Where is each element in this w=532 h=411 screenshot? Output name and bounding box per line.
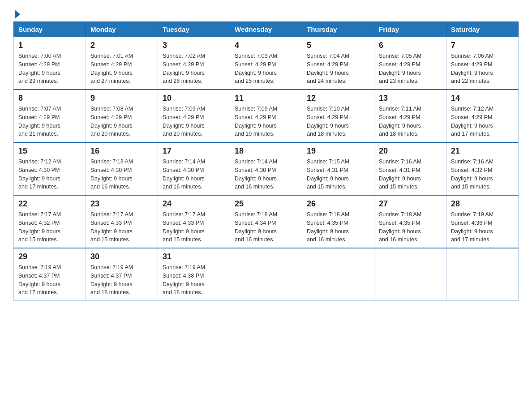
calendar-cell: 13Sunrise: 7:11 AMSunset: 4:29 PMDayligh…	[374, 90, 446, 142]
day-info: Sunrise: 7:02 AMSunset: 4:29 PMDaylight:…	[163, 52, 225, 86]
day-number: 26	[307, 199, 369, 209]
day-number: 21	[451, 146, 514, 156]
day-info: Sunrise: 7:13 AMSunset: 4:30 PMDaylight:…	[90, 158, 153, 191]
calendar-cell: 19Sunrise: 7:15 AMSunset: 4:31 PMDayligh…	[302, 142, 374, 195]
day-info: Sunrise: 7:09 AMSunset: 4:29 PMDaylight:…	[235, 105, 297, 138]
header-tuesday: Tuesday	[158, 22, 230, 37]
day-info: Sunrise: 7:09 AMSunset: 4:29 PMDaylight:…	[163, 105, 225, 138]
calendar-cell: 15Sunrise: 7:12 AMSunset: 4:30 PMDayligh…	[14, 142, 86, 195]
day-number: 12	[307, 94, 369, 103]
day-info: Sunrise: 7:12 AMSunset: 4:29 PMDaylight:…	[451, 105, 514, 138]
day-number: 9	[90, 94, 153, 103]
day-info: Sunrise: 7:10 AMSunset: 4:29 PMDaylight:…	[307, 105, 369, 138]
calendar-cell: 29Sunrise: 7:19 AMSunset: 4:37 PMDayligh…	[14, 248, 86, 301]
day-info: Sunrise: 7:15 AMSunset: 4:31 PMDaylight:…	[307, 158, 369, 191]
day-number: 30	[90, 252, 153, 261]
calendar-cell	[302, 248, 374, 301]
week-row-3: 15Sunrise: 7:12 AMSunset: 4:30 PMDayligh…	[14, 142, 519, 195]
day-number: 5	[307, 41, 369, 50]
day-info: Sunrise: 7:17 AMSunset: 4:33 PMDaylight:…	[90, 210, 153, 244]
day-number: 4	[235, 41, 297, 50]
day-number: 25	[235, 199, 297, 209]
day-number: 17	[163, 146, 225, 156]
calendar-cell: 7Sunrise: 7:06 AMSunset: 4:29 PMDaylight…	[446, 37, 519, 90]
day-info: Sunrise: 7:18 AMSunset: 4:34 PMDaylight:…	[235, 210, 297, 244]
day-number: 16	[90, 146, 153, 156]
day-info: Sunrise: 7:16 AMSunset: 4:32 PMDaylight:…	[451, 158, 514, 191]
day-info: Sunrise: 7:17 AMSunset: 4:33 PMDaylight:…	[163, 210, 225, 244]
week-row-5: 29Sunrise: 7:19 AMSunset: 4:37 PMDayligh…	[14, 248, 519, 301]
calendar-cell: 18Sunrise: 7:14 AMSunset: 4:30 PMDayligh…	[230, 142, 302, 195]
header-wednesday: Wednesday	[230, 22, 302, 37]
day-number: 31	[163, 252, 225, 261]
calendar-cell: 27Sunrise: 7:18 AMSunset: 4:35 PMDayligh…	[374, 195, 446, 248]
day-info: Sunrise: 7:05 AMSunset: 4:29 PMDaylight:…	[379, 52, 442, 86]
day-number: 18	[235, 146, 297, 156]
day-number: 1	[18, 41, 81, 50]
calendar-cell: 23Sunrise: 7:17 AMSunset: 4:33 PMDayligh…	[86, 195, 158, 248]
day-number: 24	[163, 199, 225, 209]
calendar-cell: 4Sunrise: 7:03 AMSunset: 4:29 PMDaylight…	[230, 37, 302, 90]
day-number: 11	[235, 94, 297, 103]
day-info: Sunrise: 7:19 AMSunset: 4:37 PMDaylight:…	[90, 263, 153, 297]
header-thursday: Thursday	[302, 22, 374, 37]
calendar-cell: 16Sunrise: 7:13 AMSunset: 4:30 PMDayligh…	[86, 142, 158, 195]
day-info: Sunrise: 7:03 AMSunset: 4:29 PMDaylight:…	[235, 52, 297, 86]
day-number: 3	[163, 41, 225, 50]
day-info: Sunrise: 7:16 AMSunset: 4:31 PMDaylight:…	[379, 158, 442, 191]
day-info: Sunrise: 7:18 AMSunset: 4:35 PMDaylight:…	[307, 210, 369, 244]
day-info: Sunrise: 7:19 AMSunset: 4:37 PMDaylight:…	[18, 263, 81, 297]
header-sunday: Sunday	[14, 22, 86, 37]
calendar-cell: 25Sunrise: 7:18 AMSunset: 4:34 PMDayligh…	[230, 195, 302, 248]
day-number: 28	[451, 199, 514, 209]
week-row-4: 22Sunrise: 7:17 AMSunset: 4:32 PMDayligh…	[14, 195, 519, 248]
day-number: 13	[379, 94, 442, 103]
day-number: 7	[451, 41, 514, 50]
day-number: 8	[18, 94, 81, 103]
calendar-cell: 30Sunrise: 7:19 AMSunset: 4:37 PMDayligh…	[86, 248, 158, 301]
calendar-cell: 31Sunrise: 7:19 AMSunset: 4:38 PMDayligh…	[158, 248, 230, 301]
calendar-cell: 26Sunrise: 7:18 AMSunset: 4:35 PMDayligh…	[302, 195, 374, 248]
header-monday: Monday	[86, 22, 158, 37]
logo-triangle-icon	[15, 10, 20, 19]
calendar-cell: 21Sunrise: 7:16 AMSunset: 4:32 PMDayligh…	[446, 142, 519, 195]
day-number: 6	[379, 41, 442, 50]
day-number: 15	[18, 146, 81, 156]
calendar-cell: 14Sunrise: 7:12 AMSunset: 4:29 PMDayligh…	[446, 90, 519, 142]
calendar-cell: 5Sunrise: 7:04 AMSunset: 4:29 PMDaylight…	[302, 37, 374, 90]
calendar-cell: 22Sunrise: 7:17 AMSunset: 4:32 PMDayligh…	[14, 195, 86, 248]
day-info: Sunrise: 7:00 AMSunset: 4:29 PMDaylight:…	[18, 52, 81, 86]
day-number: 20	[379, 146, 442, 156]
days-header-row: SundayMondayTuesdayWednesdayThursdayFrid…	[14, 22, 519, 37]
calendar-cell	[374, 248, 446, 301]
day-info: Sunrise: 7:04 AMSunset: 4:29 PMDaylight:…	[307, 52, 369, 86]
day-info: Sunrise: 7:06 AMSunset: 4:29 PMDaylight:…	[451, 52, 514, 86]
day-number: 23	[90, 199, 153, 209]
header-friday: Friday	[374, 22, 446, 37]
calendar-cell: 24Sunrise: 7:17 AMSunset: 4:33 PMDayligh…	[158, 195, 230, 248]
calendar-cell: 9Sunrise: 7:08 AMSunset: 4:29 PMDaylight…	[86, 90, 158, 142]
calendar-cell: 12Sunrise: 7:10 AMSunset: 4:29 PMDayligh…	[302, 90, 374, 142]
calendar-table: SundayMondayTuesdayWednesdayThursdayFrid…	[13, 21, 519, 301]
day-number: 14	[451, 94, 514, 103]
week-row-1: 1Sunrise: 7:00 AMSunset: 4:29 PMDaylight…	[14, 37, 519, 90]
day-info: Sunrise: 7:08 AMSunset: 4:29 PMDaylight:…	[90, 105, 153, 138]
day-info: Sunrise: 7:14 AMSunset: 4:30 PMDaylight:…	[235, 158, 297, 191]
day-info: Sunrise: 7:19 AMSunset: 4:38 PMDaylight:…	[163, 263, 225, 297]
calendar-cell: 10Sunrise: 7:09 AMSunset: 4:29 PMDayligh…	[158, 90, 230, 142]
calendar-cell: 1Sunrise: 7:00 AMSunset: 4:29 PMDaylight…	[14, 37, 86, 90]
day-info: Sunrise: 7:12 AMSunset: 4:30 PMDaylight:…	[18, 158, 81, 191]
day-number: 27	[379, 199, 442, 209]
day-info: Sunrise: 7:18 AMSunset: 4:35 PMDaylight:…	[379, 210, 442, 244]
logo	[13, 9, 20, 17]
calendar-cell: 20Sunrise: 7:16 AMSunset: 4:31 PMDayligh…	[374, 142, 446, 195]
day-info: Sunrise: 7:17 AMSunset: 4:32 PMDaylight:…	[18, 210, 81, 244]
calendar-cell: 3Sunrise: 7:02 AMSunset: 4:29 PMDaylight…	[158, 37, 230, 90]
calendar-cell: 6Sunrise: 7:05 AMSunset: 4:29 PMDaylight…	[374, 37, 446, 90]
day-info: Sunrise: 7:07 AMSunset: 4:29 PMDaylight:…	[18, 105, 81, 138]
week-row-2: 8Sunrise: 7:07 AMSunset: 4:29 PMDaylight…	[14, 90, 519, 142]
day-number: 10	[163, 94, 225, 103]
calendar-cell: 2Sunrise: 7:01 AMSunset: 4:29 PMDaylight…	[86, 37, 158, 90]
header-saturday: Saturday	[446, 22, 519, 37]
calendar-cell: 28Sunrise: 7:19 AMSunset: 4:36 PMDayligh…	[446, 195, 519, 248]
